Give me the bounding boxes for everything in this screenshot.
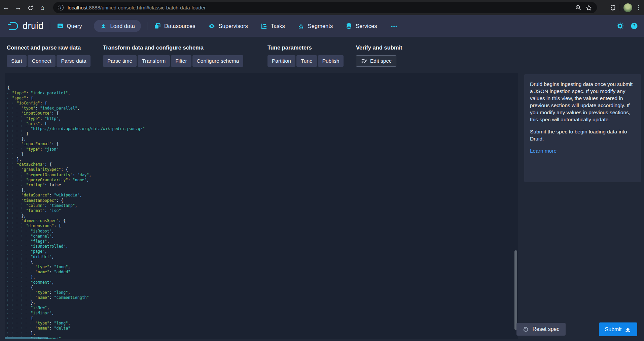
nav-item-label: Datasources [164,23,195,29]
nav-divider [50,22,50,30]
druid-logo[interactable]: druid [7,21,44,31]
step-button-parse-data[interactable]: Parse data [57,55,91,67]
step-button-start[interactable]: Start [7,55,27,67]
editor-vertical-scrollbar[interactable] [514,250,517,330]
step-button-partition[interactable]: Partition [267,55,295,67]
reset-spec-label: Reset spec [532,326,559,332]
step-button-edit-spec[interactable]: Edit spec [356,55,396,67]
step-group-header: Verify and submit [356,44,402,51]
zoom-page-icon[interactable] [575,4,581,11]
step-button-label: Parse data [61,58,86,64]
step-button-label: Connect [32,58,51,64]
nav-item-label: Load data [110,23,135,29]
editor-horizontal-scrollbar[interactable] [5,337,48,339]
step-button-connect[interactable]: Connect [28,55,56,67]
settings-gear-icon[interactable] [616,22,624,30]
nav-items: QueryLoad dataDatasourcesSupervisorsTask… [56,20,389,32]
nav-divider [147,22,147,30]
step-button-label: Partition [272,58,291,64]
info-paragraph: Druid begins ingesting data once you sub… [530,81,635,123]
step-button-label: Filter [175,58,187,64]
services-icon [346,23,352,29]
step-button-label: Transform [142,58,166,64]
address-bar[interactable]: i localhost:8888/unified-console.html#cl… [53,2,597,13]
nav-item-label: Query [67,23,82,29]
spec-json-editor[interactable]: { "type": "index_parallel", "spec": { "i… [5,73,518,339]
submit-button[interactable]: Submit [599,322,637,336]
reload-button[interactable] [24,0,36,15]
supervisors-icon [208,23,215,30]
learn-more-link[interactable]: Learn more [530,148,557,154]
chrome-separator [620,4,620,11]
spec-json-code: { "type": "index_parallel", "spec": { "i… [7,85,518,339]
step-group-tune-parameters: Tune parametersPartitionTunePublish [267,44,344,67]
info-paragraph: Submit the spec to begin loading data in… [530,128,635,142]
step-button-label: Parse time [107,58,132,64]
step-button-label: Edit spec [370,58,392,64]
segments-icon [298,23,305,29]
druid-logo-text: druid [23,21,44,31]
step-button-tune[interactable]: Tune [296,55,317,67]
app-header: druid QueryLoad dataDatasourcesSuperviso… [0,15,644,37]
nav-item-query[interactable]: Query [56,20,83,32]
step-group-header: Connect and parse raw data [7,44,91,51]
chrome-menu-icon[interactable]: ⋮ [636,4,641,11]
step-button-label: Start [11,58,22,64]
step-button-filter[interactable]: Filter [171,55,191,67]
nav-item-load-data[interactable]: Load data [94,20,141,32]
home-button[interactable]: ⌂ [36,0,48,15]
nav-more-button[interactable]: ••• [391,24,398,29]
step-button-label: Configure schema [197,58,239,64]
submit-upload-icon [624,326,631,333]
reset-spec-button[interactable]: Reset spec [516,323,566,336]
nav-item-segments[interactable]: Segments [297,20,333,32]
url-text[interactable]: localhost:8888/unified-console.html#clas… [68,5,206,10]
nav-item-tasks[interactable]: Tasks [260,20,286,32]
nav-item-label: Tasks [271,23,285,29]
step-group-header: Tune parameters [267,44,344,51]
info-panel-text: Druid begins ingesting data once you sub… [530,81,635,142]
druid-logo-icon [7,21,20,31]
datasources-icon [154,23,161,29]
step-button-transform[interactable]: Transform [138,55,170,67]
svg-text:?: ? [633,24,636,28]
extensions-icon[interactable] [610,4,616,11]
nav-item-label: Services [356,23,377,29]
step-group-verify-and-submit: Verify and submitEdit spec [356,44,402,67]
forward-button[interactable]: → [12,0,24,15]
step-button-label: Publish [322,58,339,64]
nav-item-label: Supervisors [219,23,248,29]
step-button-parse-time[interactable]: Parse time [103,55,137,67]
nav-item-supervisors[interactable]: Supervisors [208,20,249,32]
back-button[interactable]: ← [0,0,12,15]
nav-item-services[interactable]: Services [345,20,378,32]
browser-chrome: ← → ⌂ i localhost:8888/unified-console.h… [0,0,644,15]
url-path: :8888/unified-console.html#classic-batch… [87,5,206,10]
url-host: localhost [68,5,87,10]
load-data-icon [100,23,107,29]
step-button-configure-schema[interactable]: Configure schema [192,55,244,67]
bookmark-star-icon[interactable] [585,4,592,11]
step-group-header: Transform data and configure schema [103,44,243,51]
profile-avatar[interactable] [623,3,632,12]
edit-spec-icon [361,58,367,64]
step-button-publish[interactable]: Publish [318,55,344,67]
step-group-connect-and-parse-raw-data: Connect and parse raw dataStartConnectPa… [7,44,91,67]
info-panel: Druid begins ingesting data once you sub… [524,74,641,182]
reset-icon [523,326,529,333]
help-icon[interactable]: ? [631,22,638,30]
nav-item-datasources[interactable]: Datasources [153,20,196,32]
site-info-icon[interactable]: i [58,5,64,10]
reload-icon [27,5,34,11]
nav-item-label: Segments [308,23,333,29]
query-icon [57,23,64,29]
submit-label: Submit [605,327,622,333]
step-button-label: Tune [301,58,313,64]
step-group-transform-data-and-configure-schema: Transform data and configure schemaParse… [103,44,243,67]
tasks-icon [261,23,267,29]
